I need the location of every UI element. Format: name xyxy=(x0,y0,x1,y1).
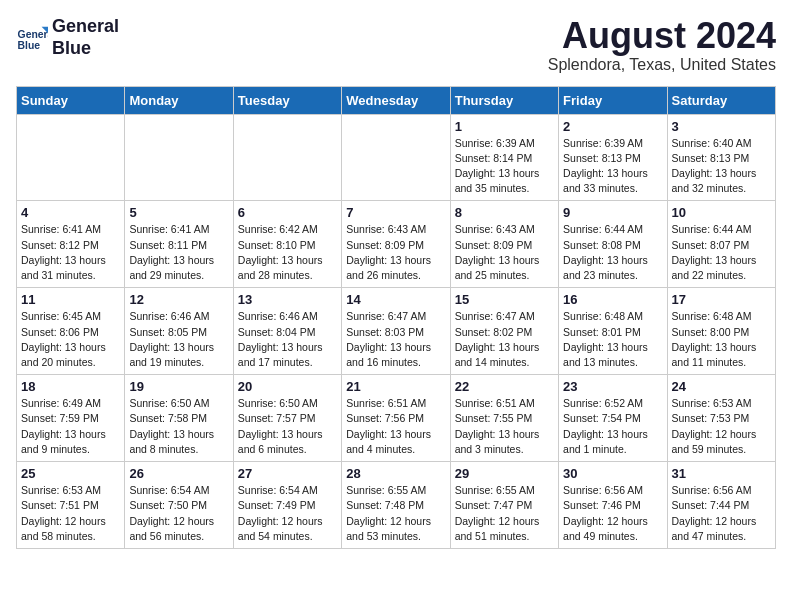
day-number: 21 xyxy=(346,379,445,394)
week-row-2: 4Sunrise: 6:41 AMSunset: 8:12 PMDaylight… xyxy=(17,201,776,288)
svg-text:Blue: Blue xyxy=(18,40,41,51)
week-row-3: 11Sunrise: 6:45 AMSunset: 8:06 PMDayligh… xyxy=(17,288,776,375)
day-header-wednesday: Wednesday xyxy=(342,86,450,114)
day-number: 20 xyxy=(238,379,337,394)
day-number: 22 xyxy=(455,379,554,394)
day-number: 8 xyxy=(455,205,554,220)
calendar-cell: 28Sunrise: 6:55 AMSunset: 7:48 PMDayligh… xyxy=(342,462,450,549)
cell-info: Sunrise: 6:56 AMSunset: 7:46 PMDaylight:… xyxy=(563,483,662,544)
calendar-cell: 11Sunrise: 6:45 AMSunset: 8:06 PMDayligh… xyxy=(17,288,125,375)
svg-text:General: General xyxy=(18,29,48,40)
logo-icon: General Blue xyxy=(16,22,48,54)
day-number: 23 xyxy=(563,379,662,394)
calendar-cell: 21Sunrise: 6:51 AMSunset: 7:56 PMDayligh… xyxy=(342,375,450,462)
day-number: 29 xyxy=(455,466,554,481)
cell-info: Sunrise: 6:41 AMSunset: 8:12 PMDaylight:… xyxy=(21,222,120,283)
day-number: 3 xyxy=(672,119,771,134)
cell-info: Sunrise: 6:48 AMSunset: 8:00 PMDaylight:… xyxy=(672,309,771,370)
day-header-tuesday: Tuesday xyxy=(233,86,341,114)
calendar-cell: 1Sunrise: 6:39 AMSunset: 8:14 PMDaylight… xyxy=(450,114,558,201)
week-row-1: 1Sunrise: 6:39 AMSunset: 8:14 PMDaylight… xyxy=(17,114,776,201)
calendar-cell: 25Sunrise: 6:53 AMSunset: 7:51 PMDayligh… xyxy=(17,462,125,549)
day-header-thursday: Thursday xyxy=(450,86,558,114)
day-number: 12 xyxy=(129,292,228,307)
calendar-cell: 30Sunrise: 6:56 AMSunset: 7:46 PMDayligh… xyxy=(559,462,667,549)
day-number: 16 xyxy=(563,292,662,307)
subtitle: Splendora, Texas, United States xyxy=(548,56,776,74)
calendar-cell: 17Sunrise: 6:48 AMSunset: 8:00 PMDayligh… xyxy=(667,288,775,375)
calendar-cell xyxy=(125,114,233,201)
cell-info: Sunrise: 6:41 AMSunset: 8:11 PMDaylight:… xyxy=(129,222,228,283)
cell-info: Sunrise: 6:39 AMSunset: 8:13 PMDaylight:… xyxy=(563,136,662,197)
cell-info: Sunrise: 6:53 AMSunset: 7:53 PMDaylight:… xyxy=(672,396,771,457)
day-number: 9 xyxy=(563,205,662,220)
cell-info: Sunrise: 6:39 AMSunset: 8:14 PMDaylight:… xyxy=(455,136,554,197)
calendar-cell: 18Sunrise: 6:49 AMSunset: 7:59 PMDayligh… xyxy=(17,375,125,462)
day-number: 25 xyxy=(21,466,120,481)
calendar-table: SundayMondayTuesdayWednesdayThursdayFrid… xyxy=(16,86,776,549)
day-number: 6 xyxy=(238,205,337,220)
calendar-cell: 19Sunrise: 6:50 AMSunset: 7:58 PMDayligh… xyxy=(125,375,233,462)
header-row: SundayMondayTuesdayWednesdayThursdayFrid… xyxy=(17,86,776,114)
calendar-cell: 16Sunrise: 6:48 AMSunset: 8:01 PMDayligh… xyxy=(559,288,667,375)
cell-info: Sunrise: 6:48 AMSunset: 8:01 PMDaylight:… xyxy=(563,309,662,370)
day-number: 18 xyxy=(21,379,120,394)
day-number: 24 xyxy=(672,379,771,394)
calendar-cell xyxy=(342,114,450,201)
day-number: 31 xyxy=(672,466,771,481)
week-row-4: 18Sunrise: 6:49 AMSunset: 7:59 PMDayligh… xyxy=(17,375,776,462)
calendar-cell: 7Sunrise: 6:43 AMSunset: 8:09 PMDaylight… xyxy=(342,201,450,288)
logo-text: General Blue xyxy=(52,16,119,59)
day-number: 5 xyxy=(129,205,228,220)
day-number: 4 xyxy=(21,205,120,220)
day-number: 1 xyxy=(455,119,554,134)
day-number: 28 xyxy=(346,466,445,481)
cell-info: Sunrise: 6:47 AMSunset: 8:02 PMDaylight:… xyxy=(455,309,554,370)
cell-info: Sunrise: 6:42 AMSunset: 8:10 PMDaylight:… xyxy=(238,222,337,283)
cell-info: Sunrise: 6:54 AMSunset: 7:49 PMDaylight:… xyxy=(238,483,337,544)
day-number: 10 xyxy=(672,205,771,220)
page-header: General Blue General Blue August 2024 Sp… xyxy=(16,16,776,74)
calendar-cell: 29Sunrise: 6:55 AMSunset: 7:47 PMDayligh… xyxy=(450,462,558,549)
week-row-5: 25Sunrise: 6:53 AMSunset: 7:51 PMDayligh… xyxy=(17,462,776,549)
calendar-cell: 4Sunrise: 6:41 AMSunset: 8:12 PMDaylight… xyxy=(17,201,125,288)
day-number: 2 xyxy=(563,119,662,134)
title-block: August 2024 Splendora, Texas, United Sta… xyxy=(548,16,776,74)
day-number: 14 xyxy=(346,292,445,307)
day-number: 30 xyxy=(563,466,662,481)
cell-info: Sunrise: 6:54 AMSunset: 7:50 PMDaylight:… xyxy=(129,483,228,544)
day-number: 19 xyxy=(129,379,228,394)
cell-info: Sunrise: 6:55 AMSunset: 7:48 PMDaylight:… xyxy=(346,483,445,544)
cell-info: Sunrise: 6:45 AMSunset: 8:06 PMDaylight:… xyxy=(21,309,120,370)
day-number: 26 xyxy=(129,466,228,481)
day-number: 7 xyxy=(346,205,445,220)
cell-info: Sunrise: 6:44 AMSunset: 8:08 PMDaylight:… xyxy=(563,222,662,283)
day-number: 27 xyxy=(238,466,337,481)
cell-info: Sunrise: 6:51 AMSunset: 7:56 PMDaylight:… xyxy=(346,396,445,457)
day-number: 13 xyxy=(238,292,337,307)
cell-info: Sunrise: 6:46 AMSunset: 8:04 PMDaylight:… xyxy=(238,309,337,370)
cell-info: Sunrise: 6:40 AMSunset: 8:13 PMDaylight:… xyxy=(672,136,771,197)
day-number: 15 xyxy=(455,292,554,307)
calendar-cell: 14Sunrise: 6:47 AMSunset: 8:03 PMDayligh… xyxy=(342,288,450,375)
calendar-cell: 26Sunrise: 6:54 AMSunset: 7:50 PMDayligh… xyxy=(125,462,233,549)
cell-info: Sunrise: 6:51 AMSunset: 7:55 PMDaylight:… xyxy=(455,396,554,457)
cell-info: Sunrise: 6:52 AMSunset: 7:54 PMDaylight:… xyxy=(563,396,662,457)
calendar-cell: 15Sunrise: 6:47 AMSunset: 8:02 PMDayligh… xyxy=(450,288,558,375)
cell-info: Sunrise: 6:50 AMSunset: 7:57 PMDaylight:… xyxy=(238,396,337,457)
calendar-cell: 5Sunrise: 6:41 AMSunset: 8:11 PMDaylight… xyxy=(125,201,233,288)
cell-info: Sunrise: 6:43 AMSunset: 8:09 PMDaylight:… xyxy=(346,222,445,283)
calendar-cell xyxy=(233,114,341,201)
logo: General Blue General Blue xyxy=(16,16,119,59)
cell-info: Sunrise: 6:50 AMSunset: 7:58 PMDaylight:… xyxy=(129,396,228,457)
cell-info: Sunrise: 6:44 AMSunset: 8:07 PMDaylight:… xyxy=(672,222,771,283)
day-header-saturday: Saturday xyxy=(667,86,775,114)
day-number: 17 xyxy=(672,292,771,307)
cell-info: Sunrise: 6:47 AMSunset: 8:03 PMDaylight:… xyxy=(346,309,445,370)
cell-info: Sunrise: 6:55 AMSunset: 7:47 PMDaylight:… xyxy=(455,483,554,544)
calendar-cell: 9Sunrise: 6:44 AMSunset: 8:08 PMDaylight… xyxy=(559,201,667,288)
day-header-monday: Monday xyxy=(125,86,233,114)
calendar-cell: 24Sunrise: 6:53 AMSunset: 7:53 PMDayligh… xyxy=(667,375,775,462)
calendar-cell: 20Sunrise: 6:50 AMSunset: 7:57 PMDayligh… xyxy=(233,375,341,462)
calendar-cell: 13Sunrise: 6:46 AMSunset: 8:04 PMDayligh… xyxy=(233,288,341,375)
